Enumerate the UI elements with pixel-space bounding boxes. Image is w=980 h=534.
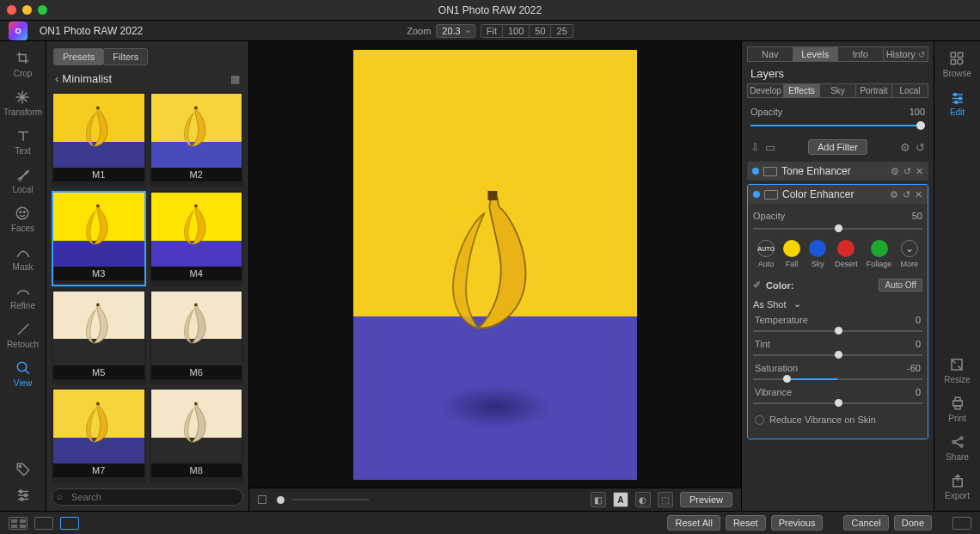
clipping-icon[interactable]: ⬚	[658, 492, 673, 507]
reset-icon[interactable]: ↺	[903, 189, 910, 200]
swatch-auto[interactable]: AUTOAuto	[757, 240, 775, 268]
preview-button[interactable]: Preview	[680, 492, 732, 507]
vibrance-slider[interactable]	[753, 399, 922, 408]
mode-portrait[interactable]: Portrait	[856, 83, 892, 98]
swatch-fall[interactable]: Fall	[783, 240, 800, 268]
mode-edit[interactable]: Edit	[949, 89, 966, 117]
mode-local[interactable]: Local	[892, 83, 928, 98]
mode-share[interactable]: Share	[946, 433, 969, 462]
mode-sky[interactable]: Sky	[820, 83, 856, 98]
white-balance-dropdown[interactable]: As Shot ⌄	[753, 295, 922, 313]
gear-icon[interactable]: ⚙	[900, 141, 910, 154]
tool-text[interactable]: Text	[15, 127, 32, 156]
window-zoom[interactable]	[38, 5, 47, 15]
cancel-button[interactable]: Cancel	[843, 515, 888, 531]
filter-mask-icon[interactable]	[764, 190, 778, 199]
history-reset-icon[interactable]: ↺	[918, 50, 925, 59]
compare-slider[interactable]	[291, 499, 369, 500]
reset-icon[interactable]: ↺	[903, 166, 911, 177]
temperature-slider[interactable]	[753, 327, 922, 335]
window-close[interactable]	[7, 5, 16, 15]
window-minimize[interactable]	[22, 5, 32, 15]
preset-M1[interactable]: M1	[52, 92, 146, 187]
mode-export[interactable]: Export	[945, 472, 970, 500]
compare-mode-icon[interactable]	[258, 495, 266, 504]
tool-refine[interactable]: Refine	[10, 282, 35, 310]
tool-view[interactable]: View	[14, 359, 33, 388]
saturation-slider[interactable]	[753, 375, 922, 384]
settings-sliders-icon[interactable]	[15, 487, 32, 504]
tool-mask[interactable]: Mask	[13, 243, 34, 272]
tab-levels[interactable]: Levels	[793, 46, 839, 62]
search-input[interactable]	[52, 488, 243, 506]
import-icon[interactable]: ⇩	[750, 141, 760, 154]
tool-retouch[interactable]: Retouch	[7, 321, 39, 349]
tab-info[interactable]: Info	[838, 46, 884, 62]
zoom-select[interactable]: 20.3	[436, 24, 475, 38]
compare-slider-handle[interactable]	[277, 496, 285, 504]
preset-M4[interactable]: M4	[150, 191, 244, 286]
swatch-sky[interactable]: Sky	[809, 240, 826, 268]
previous-button[interactable]: Previous	[771, 515, 824, 531]
back-button[interactable]: ‹	[55, 72, 58, 85]
mode-print[interactable]: Print	[948, 395, 966, 423]
tag-icon[interactable]	[15, 461, 32, 478]
preset-M7[interactable]: M7	[52, 388, 146, 483]
swatch-more[interactable]: ⌄More	[900, 240, 918, 268]
mode-resize[interactable]: Resize	[944, 356, 971, 384]
reset-all-button[interactable]: Reset All	[667, 515, 720, 531]
dual-view-icon[interactable]	[952, 517, 971, 530]
filter-tone-head[interactable]: Tone Enhancer ⚙ ↺ ✕	[747, 162, 928, 181]
text-overlay-icon[interactable]: A	[613, 492, 628, 507]
done-button[interactable]: Done	[894, 515, 932, 531]
zoom-25[interactable]: 25	[552, 25, 573, 37]
filter-mask-icon[interactable]	[763, 167, 777, 176]
reset-icon[interactable]: ↺	[916, 141, 925, 154]
preset-M3[interactable]: M3	[52, 191, 146, 286]
tool-local[interactable]: Local	[13, 166, 34, 194]
close-icon[interactable]: ✕	[915, 189, 922, 200]
tab-filters[interactable]: Filters	[103, 48, 148, 65]
tab-history[interactable]: History↺	[884, 46, 929, 62]
add-filter-button[interactable]: Add Filter	[808, 139, 867, 155]
view-grid-icon[interactable]: ▦	[230, 73, 240, 85]
gear-icon[interactable]: ⚙	[891, 166, 899, 177]
mode-browse[interactable]: Browse	[943, 50, 971, 78]
mode-develop[interactable]: Develop	[747, 83, 784, 98]
viewmode-filmstrip[interactable]	[34, 517, 53, 530]
tab-presets[interactable]: Presets	[53, 48, 104, 65]
tab-nav[interactable]: Nav	[747, 46, 793, 62]
preset-M8[interactable]: M8	[150, 388, 244, 483]
tool-faces[interactable]: Faces	[11, 205, 34, 233]
preset-M5[interactable]: M5	[52, 290, 146, 385]
mask-overlay-icon[interactable]: ◧	[591, 492, 606, 507]
eyedropper-icon[interactable]: ✐	[753, 279, 761, 291]
filter-enabled-dot[interactable]	[752, 168, 759, 175]
zoom-50[interactable]: 50	[530, 25, 551, 37]
close-icon[interactable]: ✕	[916, 166, 923, 177]
zoom-label: Zoom	[407, 26, 431, 36]
canvas-viewport[interactable]	[249, 41, 741, 488]
layer-opacity-slider[interactable]	[750, 120, 925, 131]
preset-M2[interactable]: M2	[150, 92, 244, 187]
gear-icon[interactable]: ⚙	[890, 189, 898, 200]
mask-thumb-icon[interactable]: ▭	[765, 141, 775, 154]
reduce-vibrance-checkbox[interactable]: Reduce Vibrance on Skin	[753, 409, 922, 430]
mode-effects[interactable]: Effects	[784, 83, 820, 98]
reset-button[interactable]: Reset	[726, 515, 766, 531]
preset-M6[interactable]: M6	[150, 290, 244, 385]
zoom-100[interactable]: 100	[503, 25, 530, 37]
swatch-foliage[interactable]: Foliage	[867, 240, 892, 268]
tint-slider[interactable]	[753, 351, 922, 359]
swatch-desert[interactable]: Desert	[835, 240, 858, 268]
viewmode-single[interactable]	[60, 517, 79, 530]
tool-transform[interactable]: Transform	[3, 89, 42, 117]
filter-color-head[interactable]: Color Enhancer ⚙ ↺ ✕	[748, 185, 928, 204]
filter-opacity-slider[interactable]	[753, 224, 922, 233]
auto-off-button[interactable]: Auto Off	[879, 279, 922, 292]
zoom-fit[interactable]: Fit	[481, 25, 503, 37]
tool-crop[interactable]: Crop	[14, 50, 33, 78]
filter-enabled-dot[interactable]	[753, 191, 760, 198]
viewmode-grid[interactable]	[9, 517, 28, 530]
soft-proof-icon[interactable]: ◐	[635, 492, 651, 507]
